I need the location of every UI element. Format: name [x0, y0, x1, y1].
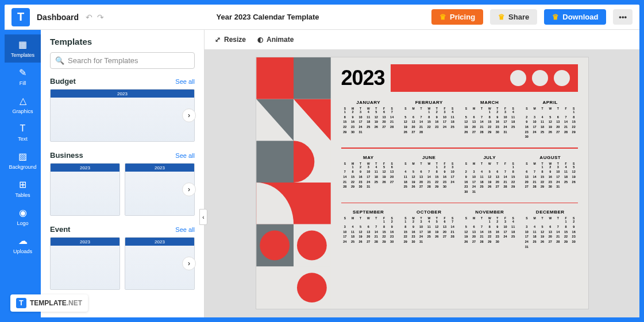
animate-icon: ◐	[257, 36, 263, 44]
see-all-link[interactable]: See all	[175, 152, 195, 159]
sidebar-item-fill[interactable]: ✎Fill	[5, 63, 41, 91]
month-divider	[341, 148, 578, 149]
sidebar-item-background[interactable]: ▨Background	[5, 146, 41, 174]
background-icon: ▨	[18, 151, 27, 162]
sidebar-item-templates[interactable]: ▦Templates	[5, 34, 41, 63]
crown-icon: ♛	[498, 13, 505, 21]
scroll-right-button[interactable]: ›	[182, 183, 196, 196]
graphics-icon: △	[20, 95, 26, 106]
text-icon: T	[20, 123, 26, 134]
templates-icon: ▦	[18, 39, 27, 50]
app-logo[interactable]: T	[11, 8, 30, 26]
sidebar-item-graphics[interactable]: △Graphics	[5, 91, 41, 119]
month-february: FEBRUARYSMTWTFS1234567891011121314151617…	[402, 100, 457, 139]
see-all-link[interactable]: See all	[175, 78, 195, 85]
header-circle	[554, 70, 570, 86]
svg-point-15	[296, 273, 326, 302]
month-november: NOVEMBERSMTWTFS1234567891011121314151617…	[462, 210, 518, 249]
template-thumb[interactable]: 2023	[50, 163, 120, 216]
canvas-area: ⤢Resize ◐Animate	[205, 30, 639, 317]
uploads-icon: ☁	[18, 235, 28, 246]
month-october: OCTOBERSMTWTFS12345678910111213141516171…	[402, 210, 457, 249]
search-input[interactable]: 🔍 Search for Templates	[50, 52, 195, 69]
brand-badge[interactable]: T TEMPLATE.NET	[10, 294, 88, 312]
month-september: SEPTEMBERSMTWTFS123456789101112131415161…	[341, 210, 396, 249]
month-label: NOVEMBER	[462, 210, 518, 215]
calendar-artwork	[256, 57, 331, 309]
header-strip	[391, 64, 578, 92]
left-sidebar: ▦Templates✎Fill△GraphicsTText▨Background…	[5, 30, 41, 317]
scroll-right-button[interactable]: ›	[182, 108, 196, 122]
download-button[interactable]: ♛Download	[544, 9, 606, 25]
month-label: JUNE	[402, 155, 457, 160]
sidebar-item-tables[interactable]: ⊞Tables	[5, 174, 41, 203]
svg-rect-5	[256, 141, 294, 183]
svg-rect-8	[294, 183, 331, 224]
sidebar-item-label: Fill	[20, 80, 26, 86]
month-label: OCTOBER	[402, 210, 457, 215]
sidebar-item-label: Tables	[15, 192, 30, 198]
template-thumb[interactable]: 2023	[50, 237, 120, 290]
month-label: SEPTEMBER	[341, 210, 396, 215]
crown-icon: ♛	[439, 13, 446, 21]
svg-rect-1	[294, 57, 331, 99]
header-circle	[510, 70, 526, 86]
month-january: JANUARYSMTWTFS12345678910111213141516171…	[341, 100, 396, 139]
canvas-toolbar: ⤢Resize ◐Animate	[205, 30, 639, 50]
design-canvas[interactable]: 2023 JANUARYSMTWTFS123456789101112131415…	[256, 57, 589, 309]
category-title: Event	[50, 225, 70, 234]
month-label: APRIL	[523, 100, 578, 105]
template-thumb[interactable]: 2023	[50, 89, 195, 142]
sidebar-item-label: Background	[9, 164, 36, 170]
svg-point-10	[260, 231, 290, 261]
month-march: MARCHSMTWTFS1234567891011121314151617181…	[462, 100, 518, 139]
month-label: DECEMBER	[523, 210, 578, 215]
tables-icon: ⊞	[19, 179, 26, 190]
category-title: Business	[50, 151, 83, 160]
search-icon: 🔍	[55, 56, 64, 65]
month-label: AUGUST	[523, 155, 578, 160]
month-july: JULYSMTWTFS12345678910111213141516171819…	[462, 155, 518, 195]
sidebar-item-logo[interactable]: ◉Logo	[5, 203, 41, 231]
calendar-content: 2023 JANUARYSMTWTFS123456789101112131415…	[331, 57, 588, 309]
svg-marker-2	[256, 99, 294, 141]
pricing-button[interactable]: ♛Pricing	[431, 9, 483, 25]
month-label: FEBRUARY	[402, 100, 457, 105]
sidebar-item-label: Uploads	[13, 249, 32, 254]
undo-icon[interactable]: ↶	[86, 13, 92, 22]
share-button[interactable]: ♛Share	[490, 9, 537, 25]
resize-icon: ⤢	[215, 36, 221, 44]
month-december: DECEMBERSMTWTFS1234567891011121314151617…	[523, 210, 578, 249]
month-label: MAY	[341, 155, 396, 160]
sidebar-item-label: Templates	[11, 52, 34, 58]
search-placeholder: Search for Templates	[68, 56, 138, 65]
header-circle	[532, 70, 548, 86]
month-august: AUGUSTSMTWTFS123456789101112131415161718…	[523, 155, 578, 195]
see-all-link[interactable]: See all	[175, 226, 195, 233]
collapse-panel-button[interactable]: ‹	[199, 209, 207, 225]
month-divider	[341, 203, 578, 204]
logo-icon: ◉	[19, 207, 27, 218]
svg-point-12	[296, 231, 326, 261]
sidebar-item-uploads[interactable]: ☁Uploads	[5, 231, 41, 259]
scroll-right-button[interactable]: ›	[182, 257, 196, 270]
month-label: JANUARY	[341, 100, 396, 105]
dashboard-link[interactable]: Dashboard	[37, 13, 79, 22]
sidebar-item-label: Graphics	[12, 108, 33, 114]
month-april: APRILSMTWTFS1234567891011121314151617181…	[523, 100, 578, 139]
month-label: JULY	[462, 155, 518, 160]
animate-button[interactable]: ◐Animate	[257, 36, 294, 44]
resize-button[interactable]: ⤢Resize	[215, 36, 246, 44]
crown-icon: ♛	[552, 13, 559, 21]
sidebar-item-text[interactable]: TText	[5, 119, 41, 146]
top-bar: T Dashboard ↶ ↷ Year 2023 Calendar Templ…	[5, 5, 639, 30]
panel-title: Templates	[50, 37, 195, 46]
more-button[interactable]: •••	[613, 9, 633, 25]
month-label: MARCH	[462, 100, 518, 105]
calendar-year: 2023	[341, 66, 385, 90]
svg-rect-13	[256, 266, 294, 309]
fill-icon: ✎	[19, 67, 26, 78]
templates-panel: Templates 🔍 Search for Templates BudgetS…	[41, 30, 205, 317]
page-title: Year 2023 Calendar Template	[217, 13, 319, 21]
redo-icon[interactable]: ↷	[97, 13, 104, 22]
